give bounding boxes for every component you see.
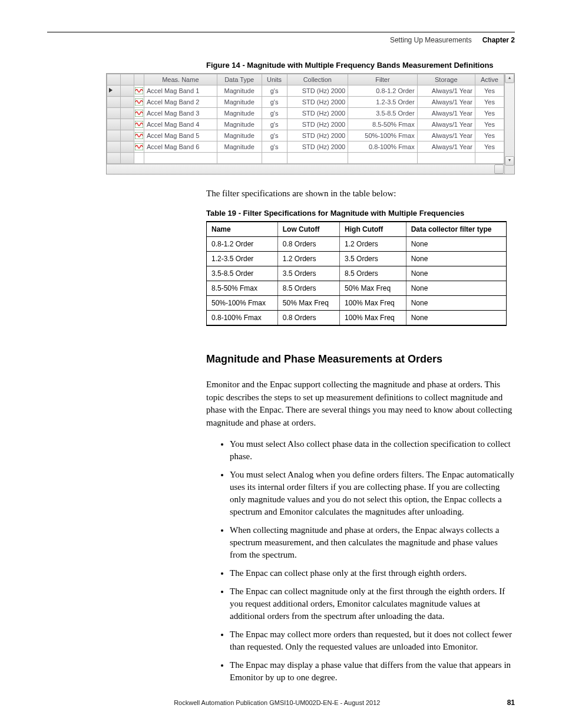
table-row: 3.5-8.5 Order3.5 Orders8.5 OrdersNone bbox=[207, 266, 507, 281]
cell-collection[interactable]: STD (Hz) 2000 bbox=[287, 119, 348, 130]
cell-collection[interactable]: STD (Hz) 2000 bbox=[287, 108, 348, 119]
table-cell: None bbox=[406, 310, 506, 325]
cell-units[interactable]: g's bbox=[262, 119, 287, 130]
list-item: The Enpac can collect magnitude only at … bbox=[230, 585, 515, 622]
row-selector[interactable] bbox=[107, 130, 121, 141]
table-cell: 3.5 Orders bbox=[277, 266, 339, 281]
cell-storage[interactable]: Always/1 Year bbox=[417, 108, 475, 119]
table-cell: 8.5 Orders bbox=[277, 281, 339, 295]
horizontal-scrollbar[interactable] bbox=[107, 164, 504, 174]
table-cell: 0.8 Orders bbox=[277, 310, 339, 325]
scroll-down-button[interactable]: ▾ bbox=[505, 156, 514, 166]
header-section-title: Setting Up Measurements bbox=[390, 36, 472, 44]
cell-active[interactable]: Yes bbox=[475, 97, 504, 108]
col-data-type[interactable]: Data Type bbox=[217, 74, 262, 85]
cell-filter[interactable]: 1.2-3.5 Order bbox=[348, 97, 418, 108]
cell-units[interactable]: g's bbox=[262, 108, 287, 119]
row-selector[interactable] bbox=[107, 97, 121, 108]
svg-rect-0 bbox=[135, 87, 143, 94]
table-row-empty[interactable] bbox=[107, 153, 504, 164]
list-item: The Enpac may collect more orders than r… bbox=[230, 628, 515, 653]
wave-icon bbox=[134, 85, 144, 97]
cell-collection[interactable]: STD (Hz) 2000 bbox=[287, 141, 348, 153]
table-row[interactable]: Accel Mag Band 6Magnitudeg'sSTD (Hz) 200… bbox=[107, 141, 504, 153]
table-cell: None bbox=[406, 251, 506, 266]
cell-collection[interactable]: STD (Hz) 2000 bbox=[287, 97, 348, 108]
cell-filter[interactable]: 3.5-8.5 Order bbox=[348, 108, 418, 119]
table-row[interactable]: Accel Mag Band 5Magnitudeg'sSTD (Hz) 200… bbox=[107, 130, 504, 141]
cell-data-type[interactable]: Magnitude bbox=[217, 97, 262, 108]
cell-active[interactable]: Yes bbox=[475, 130, 504, 141]
cell-data-type[interactable]: Magnitude bbox=[217, 85, 262, 97]
table-row[interactable]: Accel Mag Band 3Magnitudeg'sSTD (Hz) 200… bbox=[107, 108, 504, 119]
cell-active[interactable]: Yes bbox=[475, 119, 504, 130]
wave-icon bbox=[134, 97, 144, 108]
col-collection[interactable]: Collection bbox=[287, 74, 348, 85]
t19-h-low: Low Cutoff bbox=[277, 222, 339, 237]
cell-storage[interactable]: Always/1 Year bbox=[417, 141, 475, 153]
cell-data-type[interactable]: Magnitude bbox=[217, 141, 262, 153]
scroll-up-button[interactable]: ▴ bbox=[505, 74, 514, 83]
table-row[interactable]: Accel Mag Band 4Magnitudeg'sSTD (Hz) 200… bbox=[107, 119, 504, 130]
cell-meas-name[interactable]: Accel Mag Band 6 bbox=[144, 141, 217, 153]
cell-active[interactable]: Yes bbox=[475, 108, 504, 119]
row-selector[interactable] bbox=[107, 108, 121, 119]
cell-meas-name[interactable]: Accel Mag Band 4 bbox=[144, 119, 217, 130]
cell-units[interactable]: g's bbox=[262, 130, 287, 141]
cell-collection[interactable]: STD (Hz) 2000 bbox=[287, 130, 348, 141]
cell-units[interactable]: g's bbox=[262, 85, 287, 97]
cell-units[interactable]: g's bbox=[262, 141, 287, 153]
table-cell: None bbox=[406, 295, 506, 310]
col-units[interactable]: Units bbox=[262, 74, 287, 85]
cell-storage[interactable]: Always/1 Year bbox=[417, 130, 475, 141]
cell-data-type[interactable]: Magnitude bbox=[217, 130, 262, 141]
cell-meas-name[interactable]: Accel Mag Band 5 bbox=[144, 130, 217, 141]
grid-corner bbox=[107, 74, 121, 85]
cell-meas-name[interactable]: Accel Mag Band 3 bbox=[144, 108, 217, 119]
table-cell: 3.5 Orders bbox=[340, 251, 406, 266]
cell-active[interactable]: Yes bbox=[475, 141, 504, 153]
cell-storage[interactable]: Always/1 Year bbox=[417, 97, 475, 108]
col-meas-name[interactable]: Meas. Name bbox=[144, 74, 217, 85]
t19-h-name: Name bbox=[207, 222, 278, 237]
wave-icon bbox=[134, 130, 144, 141]
table-cell: 0.8-100% Fmax bbox=[207, 310, 278, 325]
svg-rect-1 bbox=[135, 98, 143, 106]
col-storage[interactable]: Storage bbox=[417, 74, 475, 85]
cell-meas-name[interactable]: Accel Mag Band 1 bbox=[144, 85, 217, 97]
t19-h-filter: Data collector filter type bbox=[406, 222, 506, 237]
col-filter[interactable]: Filter bbox=[348, 74, 418, 85]
row-spacer bbox=[121, 119, 134, 130]
table-cell: 50%-100% Fmax bbox=[207, 295, 278, 310]
table-cell: 1.2 Orders bbox=[340, 236, 406, 251]
cell-data-type[interactable]: Magnitude bbox=[217, 108, 262, 119]
row-selector[interactable] bbox=[107, 119, 121, 130]
cell-storage[interactable]: Always/1 Year bbox=[417, 119, 475, 130]
cell-filter[interactable]: 50%-100% Fmax bbox=[348, 130, 418, 141]
vertical-scrollbar[interactable]: ▴ ▾ bbox=[504, 74, 514, 174]
row-selector[interactable] bbox=[107, 141, 121, 153]
row-selector[interactable] bbox=[107, 85, 121, 97]
table-row[interactable]: Accel Mag Band 1Magnitudeg'sSTD (Hz) 200… bbox=[107, 85, 504, 97]
cell-active[interactable]: Yes bbox=[475, 85, 504, 97]
list-item: The Enpac may display a phase value that… bbox=[230, 659, 515, 684]
table-row[interactable]: Accel Mag Band 2Magnitudeg'sSTD (Hz) 200… bbox=[107, 97, 504, 108]
table-cell: None bbox=[406, 266, 506, 281]
cell-units[interactable]: g's bbox=[262, 97, 287, 108]
bullet-list: You must select Also collect phase data … bbox=[206, 438, 515, 684]
cell-filter[interactable]: 0.8-1.2 Order bbox=[348, 85, 418, 97]
col-active[interactable]: Active bbox=[475, 74, 504, 85]
cell-filter[interactable]: 8.5-50% Fmax bbox=[348, 119, 418, 130]
cell-storage[interactable]: Always/1 Year bbox=[417, 85, 475, 97]
table-cell: 0.8-1.2 Order bbox=[207, 236, 278, 251]
measurement-grid[interactable]: Meas. Name Data Type Units Collection Fi… bbox=[107, 74, 504, 164]
cell-collection[interactable]: STD (Hz) 2000 bbox=[287, 85, 348, 97]
header-chapter: Chapter 2 bbox=[482, 36, 515, 44]
cell-data-type[interactable]: Magnitude bbox=[217, 119, 262, 130]
table-row: 0.8-1.2 Order0.8 Orders1.2 OrdersNone bbox=[207, 236, 507, 251]
figure-14-caption: Figure 14 - Magnitude with Multiple Freq… bbox=[206, 61, 515, 70]
cell-filter[interactable]: 0.8-100% Fmax bbox=[348, 141, 418, 153]
scroll-right-button[interactable] bbox=[494, 164, 504, 174]
list-item: You must select Also collect phase data … bbox=[230, 438, 515, 463]
cell-meas-name[interactable]: Accel Mag Band 2 bbox=[144, 97, 217, 108]
